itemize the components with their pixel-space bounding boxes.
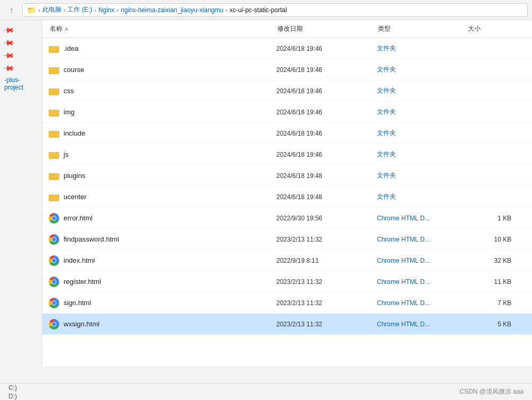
file-type: 文件夹 bbox=[375, 65, 465, 74]
file-row[interactable]: wxsign.html 2023/2/13 11:32 Chrome HTML … bbox=[42, 314, 532, 335]
sidebar-pin-4: 📌 bbox=[0, 63, 42, 73]
file-name-cell: error.html bbox=[47, 213, 274, 224]
file-row[interactable]: course 2024/6/18 19:46 文件夹 bbox=[42, 59, 532, 81]
file-icon bbox=[49, 319, 59, 330]
sidebar-pin-1: 📌 bbox=[0, 24, 42, 35]
sort-arrow-name: ∧ bbox=[65, 26, 68, 32]
file-name: js bbox=[64, 150, 68, 158]
path-sep-4: › bbox=[226, 7, 228, 13]
file-name-cell: register.html bbox=[47, 277, 274, 287]
file-row[interactable]: ucenter 2024/6/18 19:48 文件夹 bbox=[42, 186, 532, 208]
sidebar: 📌 📌 📌 📌 -plus-project bbox=[0, 20, 42, 366]
folder-icon bbox=[49, 193, 59, 201]
file-date: 2023/2/13 11:32 bbox=[274, 299, 375, 307]
path-nginx[interactable]: Nginx bbox=[98, 6, 115, 14]
file-name-cell: js bbox=[47, 149, 274, 160]
file-row[interactable]: findpassword.html 2023/2/13 11:32 Chrome… bbox=[42, 229, 532, 250]
file-type: Chrome HTML D... bbox=[375, 299, 465, 307]
col-header-date[interactable]: 修改日期 bbox=[274, 20, 375, 38]
pin-icon-2: 📌 bbox=[3, 36, 15, 48]
file-icon bbox=[49, 43, 59, 54]
column-headers: 名称 ∧ 修改日期 类型 大小 bbox=[42, 20, 532, 38]
sidebar-pin-2: 📌 bbox=[0, 37, 42, 48]
file-name: error.html bbox=[64, 214, 93, 222]
file-date: 2024/6/18 19:46 bbox=[274, 66, 375, 74]
file-row[interactable]: img 2024/6/18 19:46 文件夹 bbox=[42, 102, 532, 123]
file-name-cell: plugins bbox=[47, 171, 274, 181]
file-date: 2024/6/18 19:48 bbox=[274, 193, 375, 201]
file-date: 2024/6/18 19:46 bbox=[274, 130, 375, 137]
file-icon bbox=[49, 255, 59, 266]
chrome-icon bbox=[49, 234, 59, 245]
pin-icon-1: 📌 bbox=[3, 23, 15, 35]
file-name: img bbox=[64, 108, 75, 116]
file-row[interactable]: plugins 2024/6/18 19:48 文件夹 bbox=[42, 165, 532, 186]
file-size: 7 KB bbox=[465, 299, 518, 307]
file-list-container[interactable]: 名称 ∧ 修改日期 类型 大小 .idea 2024/6/18 19:46 文件… bbox=[42, 20, 532, 366]
path-此电脑[interactable]: 此电脑 bbox=[42, 5, 61, 14]
status-bar: C:) D:) CSDN @清风微凉 aaa bbox=[0, 383, 532, 400]
file-rows: .idea 2024/6/18 19:46 文件夹 course 2024/6/… bbox=[42, 38, 532, 335]
chrome-icon bbox=[49, 255, 59, 266]
file-row[interactable]: sign.html 2023/2/13 11:32 Chrome HTML D.… bbox=[42, 292, 532, 314]
status-left: C:) D:) bbox=[8, 384, 17, 400]
file-date: 2022/9/19 8:11 bbox=[274, 257, 375, 264]
file-icon bbox=[49, 149, 59, 160]
pin-icon-3: 📌 bbox=[3, 49, 15, 61]
file-row[interactable]: register.html 2023/2/13 11:32 Chrome HTM… bbox=[42, 271, 532, 292]
col-header-name[interactable]: 名称 ∧ bbox=[47, 20, 274, 38]
file-date: 2022/9/30 19:56 bbox=[274, 215, 375, 222]
file-type: 文件夹 bbox=[375, 44, 465, 53]
path-sep-3: › bbox=[116, 7, 119, 13]
folder-icon bbox=[49, 87, 59, 95]
file-size: 32 KB bbox=[465, 257, 518, 264]
folder-icon bbox=[49, 129, 59, 138]
file-icon bbox=[49, 234, 59, 245]
file-row[interactable]: index.html 2022/9/19 8:11 Chrome HTML D.… bbox=[42, 250, 532, 271]
up-button[interactable]: ↑ bbox=[4, 3, 19, 17]
file-date: 2024/6/18 19:48 bbox=[274, 172, 375, 180]
file-type: 文件夹 bbox=[375, 108, 465, 117]
file-icon bbox=[49, 298, 59, 308]
file-type: 文件夹 bbox=[375, 129, 465, 138]
col-header-type[interactable]: 类型 bbox=[375, 20, 465, 38]
status-c: C:) bbox=[8, 384, 17, 392]
file-row[interactable]: css 2024/6/18 19:46 文件夹 bbox=[42, 81, 532, 102]
file-date: 2023/2/13 11:32 bbox=[274, 321, 375, 328]
file-date: 2024/6/18 19:46 bbox=[274, 45, 375, 52]
folder-icon bbox=[49, 150, 59, 159]
file-icon bbox=[49, 213, 59, 224]
pin-icon-4: 📌 bbox=[3, 61, 15, 74]
path-sep-0: › bbox=[38, 7, 40, 13]
file-name-cell: include bbox=[47, 128, 274, 139]
path-work-e[interactable]: 工作 (E:) bbox=[67, 5, 92, 14]
file-icon bbox=[49, 128, 59, 139]
file-type: Chrome HTML D... bbox=[375, 236, 465, 243]
file-type: 文件夹 bbox=[375, 171, 465, 180]
file-type: 文件夹 bbox=[375, 150, 465, 159]
path-nginx-heima[interactable]: nginx-heima-zaixian_jiaoyu-xiangmu bbox=[121, 6, 223, 14]
sidebar-link-project[interactable]: -plus-project bbox=[0, 75, 42, 92]
sidebar-pin-3: 📌 bbox=[0, 50, 42, 60]
file-name-cell: css bbox=[47, 86, 274, 96]
folder-icon bbox=[49, 108, 59, 117]
file-name: index.html bbox=[64, 256, 95, 264]
file-date: 2024/6/18 19:46 bbox=[274, 87, 375, 95]
file-name: register.html bbox=[64, 278, 101, 286]
col-header-size[interactable]: 大小 bbox=[465, 20, 518, 38]
address-path[interactable]: 📁 › 此电脑 › 工作 (E:) › Nginx › nginx-heima-… bbox=[22, 3, 528, 17]
file-type: 文件夹 bbox=[375, 192, 465, 201]
file-name: css bbox=[64, 87, 74, 95]
path-current: xc-ui-pc-static-portal bbox=[230, 6, 287, 14]
watermark: CSDN @清风微凉 aaa bbox=[459, 387, 524, 396]
file-row[interactable]: error.html 2022/9/30 19:56 Chrome HTML D… bbox=[42, 208, 532, 229]
path-sep-2: › bbox=[94, 7, 96, 13]
file-row[interactable]: js 2024/6/18 19:46 文件夹 bbox=[42, 144, 532, 165]
file-row[interactable]: include 2024/6/18 19:46 文件夹 bbox=[42, 123, 532, 144]
file-name-cell: index.html bbox=[47, 255, 274, 266]
file-name: wxsign.html bbox=[64, 320, 100, 328]
path-sep-1: › bbox=[64, 7, 66, 13]
main-layout: 📌 📌 📌 📌 -plus-project 名称 ∧ 修改日期 类型 bbox=[0, 20, 532, 366]
file-type: 文件夹 bbox=[375, 86, 465, 95]
file-row[interactable]: .idea 2024/6/18 19:46 文件夹 bbox=[42, 38, 532, 59]
